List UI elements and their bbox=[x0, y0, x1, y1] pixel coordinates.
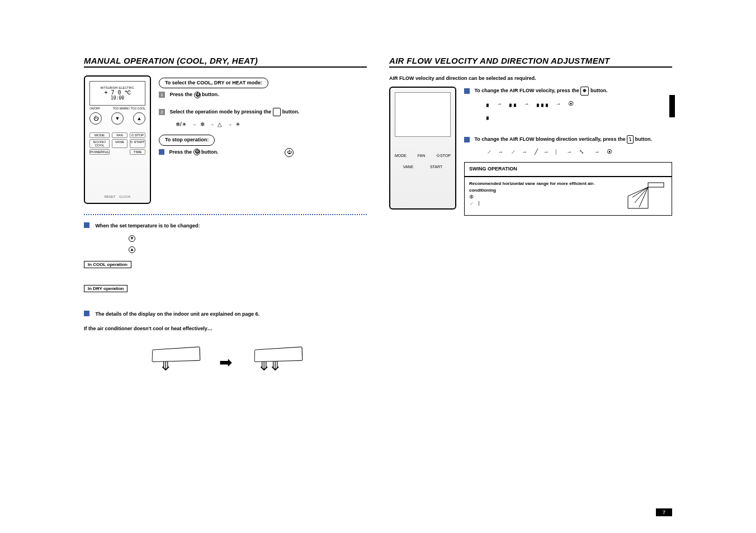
section-tab bbox=[669, 95, 675, 117]
powerful-label: POWERFUL bbox=[89, 149, 110, 155]
stop-operation-pill: To stop operation: bbox=[159, 135, 215, 145]
step2-after: button. bbox=[282, 109, 300, 115]
remote-clock: 10:00 bbox=[111, 96, 124, 101]
velocity-head-a: To change the AIR FLOW velocity, press t… bbox=[475, 88, 579, 93]
dotted-divider bbox=[84, 214, 367, 215]
blue-bullet-3 bbox=[84, 311, 89, 316]
temp-up-icon: ▲ bbox=[129, 246, 135, 253]
if-note: If the air conditioner doesn't cool or h… bbox=[84, 326, 367, 331]
left-title: MANUAL OPERATION (COOL, DRY, HEAT) bbox=[84, 56, 367, 68]
svg-line-2 bbox=[635, 187, 648, 203]
recommended-vane-box: Recommended horizontal vane range for mo… bbox=[464, 177, 672, 216]
vane-pos-1: ⟋ bbox=[486, 149, 492, 155]
vane-pos-5: ⤡ bbox=[579, 149, 584, 155]
blue-bullet-r1 bbox=[464, 88, 470, 94]
ac-unit-wide: ⤋⤋ bbox=[249, 342, 305, 382]
velocity-head-b: button. bbox=[590, 88, 608, 93]
r2-mode: MODE bbox=[395, 154, 407, 158]
r2-stop: ⏲STOP bbox=[436, 154, 451, 158]
instruction-block: To select the COOL, DRY or HEAT mode: 1 … bbox=[159, 75, 299, 204]
blue-bullet bbox=[159, 149, 164, 155]
svg-rect-0 bbox=[648, 183, 664, 187]
ac-unit-narrow: ⤋ bbox=[147, 342, 202, 382]
vane-button-icon: ⤵ bbox=[627, 135, 634, 144]
vane-pos-auto: ⦿ bbox=[607, 149, 612, 155]
econo-label: ECONO COOL bbox=[89, 139, 110, 148]
reset-label: RESET bbox=[104, 195, 115, 198]
dry-operation-box: In DRY operation bbox=[84, 285, 127, 292]
transform-arrow-icon: ➡ bbox=[219, 353, 232, 372]
vane-pos-3: ╱ bbox=[535, 149, 538, 155]
step2-text: Select the operation mode by pressing th… bbox=[170, 109, 272, 115]
stop-press: Press the bbox=[169, 149, 192, 155]
temp-down-icon: ▼ bbox=[129, 235, 135, 242]
mode-icon-1: ❄/☀ bbox=[176, 121, 187, 127]
fan-level-2: ▖▖ bbox=[509, 101, 518, 107]
temp-down-button[interactable]: ▼ bbox=[111, 112, 124, 125]
mode-label: MODE bbox=[89, 132, 110, 138]
power-icon-2: ⏻ bbox=[193, 149, 200, 155]
remote-control-illustration-2: MODE FAN ⏲STOP VANE START bbox=[389, 87, 456, 210]
fan-button-icon: ❉ bbox=[580, 87, 589, 96]
r2-start: START bbox=[430, 165, 442, 169]
vane-pos-2: ⟋ bbox=[511, 149, 516, 155]
stop-timer-label: ⏲STOP bbox=[130, 132, 145, 138]
remote-temp: + 7 0 ℃ bbox=[104, 89, 130, 96]
remote-control-illustration: MITSUBISHI ELECTRIC + 7 0 ℃ 10:00 ON/OFF… bbox=[84, 75, 151, 204]
vane-pos-4: ⎸ bbox=[556, 149, 561, 155]
mode-icon-4: ☀ bbox=[235, 121, 240, 127]
step1-text: Press the bbox=[170, 92, 193, 97]
cool-operation-box: In COOL operation bbox=[84, 261, 131, 268]
blue-bullet-2 bbox=[84, 222, 89, 228]
mode-icon-3: △ bbox=[218, 121, 222, 127]
stop-after: button. bbox=[201, 149, 219, 155]
fan-level-3: ▖▖▖ bbox=[537, 101, 550, 107]
vane-small-2: ⎸ bbox=[479, 201, 481, 206]
step-1-badge: 1 bbox=[159, 92, 165, 98]
time-label: TIME bbox=[130, 149, 145, 155]
r2-fan: FAN bbox=[418, 154, 426, 158]
right-title: AIR FLOW VELOCITY AND DIRECTION ADJUSTME… bbox=[389, 56, 672, 68]
mode-icon-2: ❄ bbox=[200, 121, 205, 127]
fan-level-1: ▖ bbox=[486, 101, 491, 107]
start-timer-label: ⏲START bbox=[130, 139, 145, 148]
fan-level-start: ▖ bbox=[486, 113, 491, 120]
mode-button-icon bbox=[273, 108, 281, 117]
temp-change-heading: When the set temperature is to be change… bbox=[95, 223, 200, 229]
direction-head-a: To change the AIR FLOW blowing direction… bbox=[475, 136, 626, 142]
step1-after: button. bbox=[202, 92, 219, 97]
vane-range-illustration bbox=[622, 180, 667, 212]
auto-icon: ⦿ bbox=[469, 194, 474, 199]
select-mode-pill: To select the COOL, DRY or HEAT mode: bbox=[159, 78, 268, 88]
rec-text: Recommended horizontal vane range for mo… bbox=[469, 181, 595, 193]
vane-label: VANE bbox=[112, 139, 127, 148]
direction-head-b: button. bbox=[635, 136, 652, 142]
temp-up-button[interactable]: ▲ bbox=[133, 112, 145, 125]
fan-level-auto: ⦿ bbox=[568, 101, 574, 107]
swing-operation-box: SWING OPERATION bbox=[464, 162, 672, 176]
indoor-display-note: The details of the display on the indoor… bbox=[95, 311, 259, 317]
vane-small-1: ⟋ bbox=[469, 201, 474, 206]
power-button[interactable]: ⏻ bbox=[89, 112, 102, 125]
clock-label: CLOCK bbox=[119, 195, 131, 198]
r2-vane: VANE bbox=[403, 165, 414, 169]
ac-unit-illustration-row: ⤋ ➡ ⤋⤋ bbox=[84, 342, 367, 382]
airflow-instructions: To change the AIR FLOW velocity, press t… bbox=[464, 87, 672, 216]
fan-label: FAN bbox=[112, 132, 127, 138]
step-2-badge: 2 bbox=[159, 109, 165, 115]
power-icon: ⏻ bbox=[194, 92, 201, 98]
blue-bullet-r2 bbox=[464, 137, 470, 142]
page-number: 7 bbox=[656, 508, 672, 516]
airflow-intro: AIR FLOW velocity and direction can be s… bbox=[389, 75, 672, 81]
power-icon-large: ⏻ bbox=[285, 148, 294, 157]
